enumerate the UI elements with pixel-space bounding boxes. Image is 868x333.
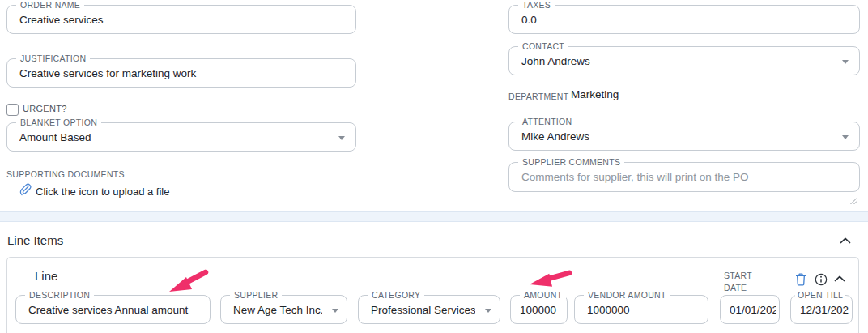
supplier-dropdown[interactable]: SUPPLIER New Age Tech Inc. [220,295,347,324]
contact-label: CONTACT [518,41,568,52]
start-date-field[interactable]: 01/01/202 [720,295,780,324]
category-label: CATEGORY [368,290,424,301]
amount-field[interactable]: AMOUNT 100000 [510,295,568,324]
order-name-field[interactable]: ORDER NAME Creative services [6,5,356,34]
supporting-documents-label: SUPPORTING DOCUMENTS [6,169,125,181]
section-divider [0,211,868,222]
start-date-value: 01/01/202 [730,304,776,316]
caret-down-icon [842,60,849,64]
trash-icon[interactable] [795,273,806,286]
open-till-value: 12/31/202 [800,304,849,316]
urgent-checkbox-label: URGENT? [23,104,67,113]
vendor-amount-label: VENDOR AMOUNT [584,290,670,301]
line-item-title: Line [35,269,57,283]
attention-value: Mike Andrews [521,130,835,143]
purchase-order-form: ORDER NAME Creative services JUSTIFICATI… [0,0,868,333]
paperclip-icon[interactable] [19,183,32,197]
description-field[interactable]: DESCRIPTION Creative services Annual amo… [15,295,211,324]
description-label: DESCRIPTION [25,290,94,301]
caret-down-icon [842,135,849,139]
justification-label: JUSTIFICATION [16,53,90,64]
pink-arrow-description [165,267,211,297]
blanket-option-label: BLANKET OPTION [16,117,101,128]
caret-down-icon [332,309,338,313]
blanket-option-dropdown[interactable]: BLANKET OPTION Amount Based [6,122,356,152]
resize-grip-icon[interactable] [849,197,857,205]
blanket-option-value: Amount Based [19,131,331,143]
supplier-comments-textarea[interactable]: SUPPLIER COMMENTS Comments for supplier,… [508,162,860,192]
supplier-comments-label: SUPPLIER COMMENTS [518,157,624,168]
supplier-label: SUPPLIER [230,290,282,301]
category-value: Professional Services [371,304,475,316]
caret-down-icon [485,309,491,313]
chevron-up-icon[interactable] [840,237,851,244]
amount-label: AMOUNT [520,290,566,301]
urgent-checkbox[interactable] [6,104,19,116]
attention-label: ATTENTION [518,117,576,127]
supplier-comments-placeholder: Comments for supplier, this will print o… [521,171,853,183]
caret-down-icon [338,136,345,140]
category-dropdown[interactable]: CATEGORY Professional Services [358,295,500,324]
open-till-label: OPEN TILL [795,290,845,301]
order-name-label: ORDER NAME [16,0,84,11]
order-name-value: Creative services [19,14,349,26]
contact-value: John Andrews [521,55,835,67]
start-date-label: START DATE [724,270,764,294]
amount-value: 100000 [520,304,564,316]
justification-value: Creative services for marketing work [19,67,349,79]
open-till-field[interactable]: OPEN TILL 12/31/202 [790,295,853,324]
supplier-value: New Age Tech Inc. [233,304,322,316]
vendor-amount-value: 1000000 [587,304,701,316]
contact-dropdown[interactable]: CONTACT John Andrews [508,46,860,75]
justification-field[interactable]: JUSTIFICATION Creative services for mark… [6,58,356,88]
attention-dropdown[interactable]: ATTENTION Mike Andrews [508,122,860,151]
taxes-field[interactable]: TAXES 0.0 [508,5,860,34]
line-items-section-title: Line Items [7,233,63,247]
taxes-label: TAXES [518,0,555,11]
department-label: DEPARTMENT [508,91,568,103]
info-icon[interactable] [815,273,828,286]
upload-hint-text: Click the icon to upload a file [36,186,169,198]
chevron-up-icon[interactable] [834,275,845,282]
department-value: Marketing [571,88,619,100]
vendor-amount-field[interactable]: VENDOR AMOUNT 1000000 [574,295,708,324]
line-item-card: Line DESCRIPTION Creative services Annua… [6,257,859,333]
description-value: Creative services Annual amount [28,304,203,316]
taxes-value: 0.0 [521,14,853,26]
